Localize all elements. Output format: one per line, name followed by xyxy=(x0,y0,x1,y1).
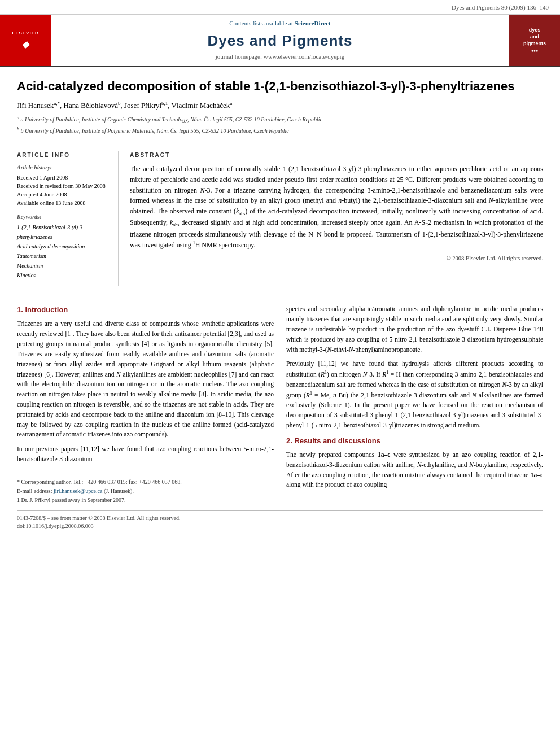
article-info-label: ARTICLE INFO xyxy=(17,151,110,159)
doi-line: doi:10.1016/j.dyepig.2008.06.003 xyxy=(17,522,543,530)
article-info-abstract: ARTICLE INFO Article history: Received 1… xyxy=(17,151,543,286)
right-column: species and secondary aliphatic/aromatic… xyxy=(286,304,543,505)
intro-para-2: In our previous papers [11,12] we have f… xyxy=(17,444,274,465)
abstract-text: The acid-catalyzed decomposition of unus… xyxy=(130,164,543,250)
keywords-label: Keywords: xyxy=(17,213,110,221)
body-content: 1. Introduction Triazenes are a very use… xyxy=(17,304,543,505)
intro-heading: 1. Introduction xyxy=(17,304,274,316)
issn-line: 0143-7208/$ – see front matter © 2008 El… xyxy=(17,514,543,522)
available-date: Available online 13 June 2008 xyxy=(17,199,110,207)
keyword-2: Acid-catalyzed decomposition xyxy=(17,242,110,251)
article-history: Article history: Received 1 April 2008 R… xyxy=(17,164,110,207)
copyright: © 2008 Elsevier Ltd. All rights reserved… xyxy=(130,255,543,263)
article-info-panel: ARTICLE INFO Article history: Received 1… xyxy=(17,151,119,286)
divider xyxy=(17,143,543,143)
keyword-1: 1-(2,1-Benzisothiazol-3-yl)-3-phenyltria… xyxy=(17,222,110,242)
footnote-1: 1 Dr. J. Přikryl passed away in Septembe… xyxy=(17,496,274,505)
journal-title: Dyes and Pigments xyxy=(57,30,503,51)
journal-ref: Dyes and Pigments 80 (2009) 136–140 xyxy=(0,0,560,15)
right-para-2: Previously [11,12] we have found that hy… xyxy=(286,359,543,430)
journal-title-section: Contents lists available at ScienceDirec… xyxy=(51,15,509,65)
affiliation-a: a a University of Pardubice, Institute o… xyxy=(17,115,543,124)
elsevier-logo: ELSEVIER ◆ xyxy=(12,30,39,51)
affiliation-b: b b University of Pardubice, Institute o… xyxy=(17,126,543,135)
journal-banner: ELSEVIER ◆ Contents lists available at S… xyxy=(0,15,560,67)
keyword-3: Tautomerism xyxy=(17,251,110,261)
journal-citation: Dyes and Pigments 80 (2009) 136–140 xyxy=(452,4,549,11)
footnote-email: E-mail address: jiri.hanusek@upce.cz (J.… xyxy=(17,487,274,496)
footnotes: * Corresponding author. Tel.: +420 466 0… xyxy=(17,474,274,505)
footnote-corresponding: * Corresponding author. Tel.: +420 466 0… xyxy=(17,478,274,487)
journal-logo: dyes and pigments ●●● xyxy=(523,27,546,53)
intro-para-1: Triazenes are a very useful and diverse … xyxy=(17,319,274,440)
history-label: Article history: xyxy=(17,164,110,172)
keywords-list: 1-(2,1-Benzisothiazol-3-yl)-3-phenyltria… xyxy=(17,222,110,280)
keywords-group: Keywords: 1-(2,1-Benzisothiazol-3-yl)-3-… xyxy=(17,213,110,280)
received-date: Received 1 April 2008 xyxy=(17,173,110,182)
sciencedirect-label: Contents lists available at ScienceDirec… xyxy=(57,19,503,28)
abstract-panel: ABSTRACT The acid-catalyzed decompositio… xyxy=(130,151,543,286)
right-para-1: species and secondary aliphatic/aromatic… xyxy=(286,304,543,355)
sciencedirect-link[interactable]: ScienceDirect xyxy=(295,20,331,27)
article-title: Acid-catalyzed decomposition of stable 1… xyxy=(17,78,543,95)
left-column: 1. Introduction Triazenes are a very use… xyxy=(17,304,274,505)
received-revised-date: Received in revised form 30 May 2008 xyxy=(17,182,110,190)
email-link[interactable]: jiri.hanusek@upce.cz xyxy=(54,488,102,494)
main-content: Acid-catalyzed decomposition of stable 1… xyxy=(0,67,560,541)
keyword-4: Mechanism xyxy=(17,261,110,270)
journal-logo-box: dyes and pigments ●●● xyxy=(509,15,560,65)
journal-homepage: journal homepage: www.elsevier.com/locat… xyxy=(57,53,503,61)
authors-line: Jiří Hanuseka,*, Hana Bělohlavováb, Jose… xyxy=(17,100,543,111)
keyword-5: Kinetics xyxy=(17,270,110,280)
two-column-layout: 1. Introduction Triazenes are a very use… xyxy=(17,304,543,505)
divider-2 xyxy=(17,294,543,294)
bottom-meta: 0143-7208/$ – see front matter © 2008 El… xyxy=(17,510,543,530)
results-para-1: The newly prepared compounds 1a–c were s… xyxy=(286,450,543,490)
abstract-label: ABSTRACT xyxy=(130,151,543,159)
results-heading: 2. Results and discussions xyxy=(286,435,543,447)
elsevier-logo-box: ELSEVIER ◆ xyxy=(0,15,51,65)
accepted-date: Accepted 4 June 2008 xyxy=(17,190,110,199)
